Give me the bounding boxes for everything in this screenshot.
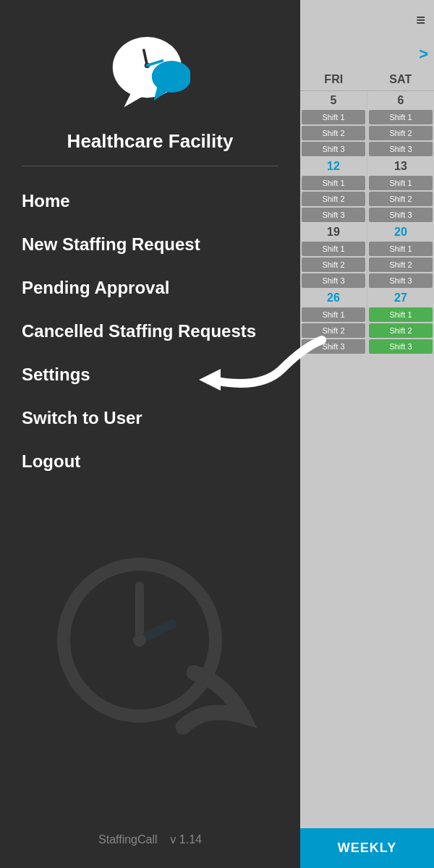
logo-area [0,0,300,123]
cal-shift-1-1-0[interactable]: Shift 1 [369,176,433,190]
cal-date-0-1: 6 [367,91,434,109]
sidebar-item-logout[interactable]: Logout [0,440,300,483]
watermark [42,542,259,760]
app-layout: Healthcare Facility Home New Staffing Re… [0,0,434,868]
sidebar-item-home[interactable]: Home [0,179,300,223]
cal-day-2-1[interactable]: 20Shift 1Shift 2Shift 3 [367,223,434,289]
sidebar-item-pending-approval[interactable]: Pending Approval [0,266,300,310]
cal-date-2-1: 20 [367,223,434,241]
cal-day-0-1[interactable]: 6Shift 1Shift 2Shift 3 [367,91,434,157]
cal-shift-2-1-0[interactable]: Shift 1 [369,242,433,256]
calendar-week-1: 12Shift 1Shift 2Shift 313Shift 1Shift 2S… [300,157,434,223]
calendar-weeks: 5Shift 1Shift 2Shift 36Shift 1Shift 2Shi… [300,91,434,354]
cal-shift-0-1-1[interactable]: Shift 2 [369,126,433,140]
cal-shift-3-0-1[interactable]: Shift 2 [302,323,365,338]
cal-shift-3-1-2[interactable]: Shift 3 [369,339,433,354]
col-header-fri: FRI [300,69,367,90]
cal-day-1-0[interactable]: 12Shift 1Shift 2Shift 3 [300,157,367,223]
cal-day-1-1[interactable]: 13Shift 1Shift 2Shift 3 [367,157,434,223]
cal-shift-0-0-0[interactable]: Shift 1 [302,110,365,124]
cal-shift-2-1-1[interactable]: Shift 2 [369,258,433,272]
calendar-topbar: ≡ [300,0,434,40]
cal-shift-3-1-0[interactable]: Shift 1 [369,307,433,322]
cal-shift-1-1-1[interactable]: Shift 2 [369,192,433,206]
facility-name: Healthcare Facility [0,123,300,153]
sidebar-item-settings[interactable]: Settings [0,353,300,396]
cal-day-2-0[interactable]: 19Shift 1Shift 2Shift 3 [300,223,367,289]
calendar-week-2: 19Shift 1Shift 2Shift 320Shift 1Shift 2S… [300,223,434,289]
cal-shift-3-0-2[interactable]: Shift 3 [302,339,365,354]
cal-day-3-1[interactable]: 27Shift 1Shift 2Shift 3 [367,289,434,354]
cal-shift-2-0-1[interactable]: Shift 2 [302,258,365,272]
cal-shift-0-0-2[interactable]: Shift 3 [302,142,365,156]
sidebar-divider [22,166,278,166]
svg-point-3 [133,634,146,647]
cal-date-2-0: 19 [300,223,367,241]
weekly-tab[interactable]: WEEKLY [300,828,434,868]
cal-day-3-0[interactable]: 26Shift 1Shift 2Shift 3 [300,289,367,354]
menu-icon[interactable]: ≡ [416,11,425,30]
sidebar-item-new-staffing-request[interactable]: New Staffing Request [0,223,300,266]
cal-shift-2-0-2[interactable]: Shift 3 [302,273,365,288]
cal-shift-1-0-2[interactable]: Shift 3 [302,208,365,222]
nav-menu: Home New Staffing Request Pending Approv… [0,179,300,483]
cal-shift-0-1-0[interactable]: Shift 1 [369,110,433,124]
calendar-week-3: 26Shift 1Shift 2Shift 327Shift 1Shift 2S… [300,289,434,354]
calendar-panel: ≡ > FRI SAT 5Shift 1Shift 2Shift 36Shift… [300,0,434,868]
sidebar-item-cancelled-staffing-requests[interactable]: Cancelled Staffing Requests [0,310,300,353]
cal-date-3-0: 26 [300,289,367,307]
cal-shift-1-1-2[interactable]: Shift 3 [369,208,433,222]
cal-shift-2-0-0[interactable]: Shift 1 [302,242,365,256]
cal-shift-3-0-0[interactable]: Shift 1 [302,307,365,322]
cal-shift-1-0-1[interactable]: Shift 2 [302,192,365,206]
cal-date-0-0: 5 [300,91,367,109]
cal-shift-0-1-2[interactable]: Shift 3 [369,142,433,156]
app-logo [111,29,190,109]
col-header-sat: SAT [367,69,435,90]
calendar-next-arrow[interactable]: > [419,45,428,64]
cal-date-1-1: 13 [367,157,434,175]
cal-date-3-1: 27 [367,289,434,307]
cal-date-1-0: 12 [300,157,367,175]
calendar-week-0: 5Shift 1Shift 2Shift 36Shift 1Shift 2Shi… [300,91,434,157]
calendar-column-headers: FRI SAT [300,69,434,91]
cal-shift-0-0-1[interactable]: Shift 2 [302,126,365,140]
cal-shift-1-0-0[interactable]: Shift 1 [302,176,365,190]
calendar-nav: > [300,40,434,69]
cal-shift-3-1-1[interactable]: Shift 2 [369,323,433,338]
sidebar-item-switch-to-user[interactable]: Switch to User [0,396,300,440]
cal-shift-2-1-2[interactable]: Shift 3 [369,273,433,288]
cal-day-0-0[interactable]: 5Shift 1Shift 2Shift 3 [300,91,367,157]
version-info: StaffingCall v 1.14 [0,819,300,868]
sidebar: Healthcare Facility Home New Staffing Re… [0,0,300,868]
